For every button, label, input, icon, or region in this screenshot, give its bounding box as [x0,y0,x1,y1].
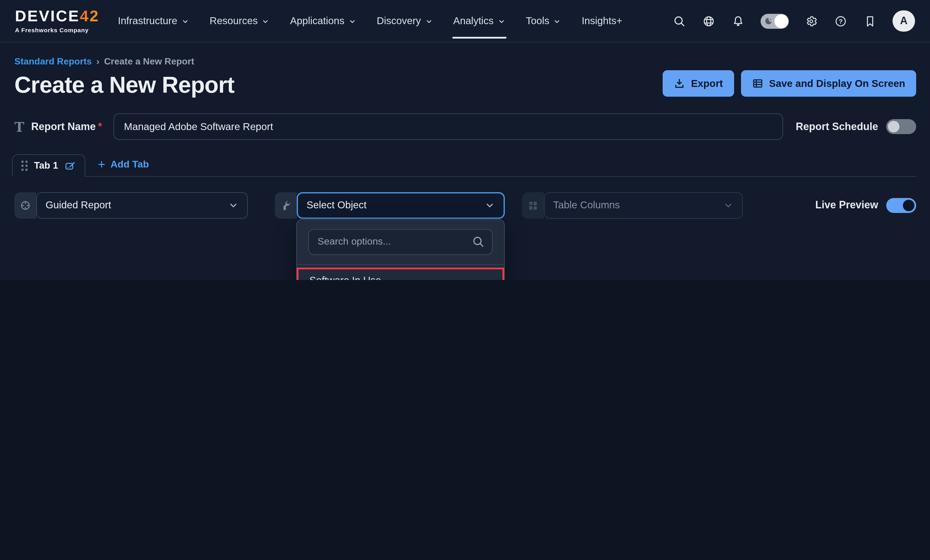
dark-mode-toggle[interactable] [761,14,789,29]
tab-1[interactable]: Tab 1 [12,154,85,177]
chevron-down-icon [262,18,269,25]
menu-applications[interactable]: Applications [290,12,356,31]
menu-resources[interactable]: Resources [209,12,269,31]
live-preview-control: Live Preview [815,198,916,213]
avatar-letter: A [900,15,907,27]
export-button[interactable]: Export [663,70,734,97]
menu-discovery[interactable]: Discovery [377,12,433,31]
select-object-group: Select Object Software In Use Subnets Te… [275,192,505,218]
table-columns-group: Table Columns [522,192,743,218]
menu-label: Applications [290,15,345,27]
breadcrumb: Standard Reports › Create a New Report [14,57,234,67]
chevron-down-icon [348,18,356,25]
report-controls-row: Guided Report Select Object [14,192,916,218]
notifications-bell-icon[interactable] [731,14,745,28]
select-object-dropdown[interactable]: Select Object [297,192,505,218]
table-columns-dropdown[interactable]: Table Columns [544,192,743,218]
settings-gear-icon[interactable] [804,14,818,28]
add-tab-button[interactable]: + Add Tab [98,158,149,171]
globe-icon[interactable] [702,14,716,28]
drag-handle-icon[interactable] [21,160,28,171]
bookmark-icon[interactable] [863,14,877,28]
table-icon [752,78,763,89]
option-software-in-use[interactable]: Software In Use [297,267,504,280]
options-list: Software In Use Subnets Telco Circuits T… [297,264,504,280]
add-tab-label: Add Tab [110,158,149,170]
chevron-down-icon [497,18,505,25]
report-schedule-toggle[interactable] [886,119,916,134]
svg-text:?: ? [839,17,843,25]
select-object-options-panel: Software In Use Subnets Telco Circuits T… [296,219,505,280]
live-preview-toggle[interactable] [886,198,916,213]
page-title: Create a New Report [14,72,234,98]
breadcrumb-standard-reports-link[interactable]: Standard Reports [14,57,92,67]
menu-label: Analytics [453,15,494,27]
guided-report-group: Guided Report [14,192,248,218]
download-icon [674,78,685,89]
guided-report-select[interactable]: Guided Report [36,192,248,218]
chevron-down-icon [553,18,561,25]
nav-right-actions: ? A [673,10,915,32]
tab-bar: Tab 1 + Add Tab [12,154,916,176]
target-icon [14,192,36,218]
help-icon[interactable]: ? [834,14,848,28]
menu-tools[interactable]: Tools [526,12,561,31]
toggle-knob [888,121,899,132]
device42-logo[interactable]: DEVICE42 A Freshworks Company [15,9,99,34]
toggle-knob [774,14,788,28]
columns-icon [522,192,544,218]
save-and-display-button[interactable]: Save and Display On Screen [741,70,916,97]
device42-create-report-page: DEVICE42 A Freshworks Company Infrastruc… [0,0,930,280]
text-format-icon: T [14,119,24,134]
menu-label: Infrastructure [118,15,177,27]
menu-infrastructure[interactable]: Infrastructure [118,12,189,31]
live-preview-label: Live Preview [815,199,878,211]
plus-icon: + [98,158,105,171]
title-block: Standard Reports › Create a New Report C… [14,43,234,98]
page-content: Standard Reports › Create a New Report C… [0,43,930,218]
chevron-down-icon [181,18,189,25]
chevron-down-icon [485,200,495,210]
save-and-display-label: Save and Display On Screen [769,77,905,89]
toggle-knob [903,199,915,211]
guided-report-value: Guided Report [46,199,111,211]
page-header: Standard Reports › Create a New Report C… [14,43,916,98]
breadcrumb-separator: › [97,57,100,67]
menu-label: Tools [526,15,550,27]
logo-text: DEVICE [15,8,80,25]
menu-insights[interactable]: Insights+ [582,12,622,31]
select-object-value: Select Object [306,199,366,211]
menu-analytics[interactable]: Analytics [453,12,505,31]
options-search [308,229,493,255]
menu-label: Insights+ [582,15,622,27]
chevron-down-icon [425,18,433,25]
report-name-input[interactable] [114,114,783,140]
menu-label: Discovery [377,15,421,27]
moon-icon [763,16,773,26]
export-label: Export [691,77,723,89]
main-menu: Infrastructure Resources Applications Di… [118,12,622,31]
edit-tab-icon[interactable] [65,160,76,171]
required-asterisk: * [98,121,102,133]
report-name-label: Report Name [31,121,95,133]
header-actions: Export Save and Display On Screen [663,70,916,97]
logo-wordmark: DEVICE42 [15,9,99,25]
search-icon [472,235,485,248]
chevron-down-icon [228,200,239,210]
menu-label: Resources [209,15,257,27]
chevron-down-icon [723,200,733,210]
logo-subtitle: A Freshworks Company [15,27,99,34]
breadcrumb-current: Create a New Report [104,57,194,67]
options-search-input[interactable] [308,229,493,255]
wrench-icon [275,192,297,218]
logo-42: 42 [80,8,99,25]
tab-1-label: Tab 1 [34,160,58,171]
search-icon[interactable] [673,14,686,28]
report-schedule-label: Report Schedule [796,121,878,133]
top-navigation-bar: DEVICE42 A Freshworks Company Infrastruc… [0,0,930,43]
user-avatar[interactable]: A [893,10,915,32]
report-name-row: T Report Name * Report Schedule [14,114,916,140]
table-columns-value: Table Columns [553,199,620,211]
